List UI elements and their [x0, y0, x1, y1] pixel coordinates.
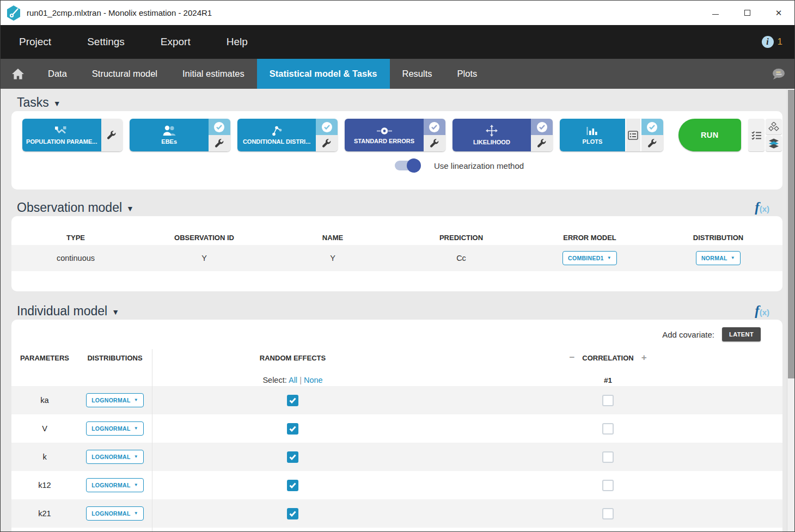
- task-list-button[interactable]: [748, 119, 765, 151]
- task-plots[interactable]: PLOTS: [560, 119, 663, 151]
- distribution-dropdown[interactable]: LOGNORMAL▼: [86, 393, 144, 407]
- observation-table-header: TYPE OBSERVATION ID NAME PREDICTION ERRO…: [11, 230, 782, 245]
- crosshair-icon: [485, 125, 498, 137]
- task-label: POPULATION PARAME...: [26, 138, 97, 145]
- task-checked-badge[interactable]: [531, 119, 553, 135]
- scrollbar-thumb[interactable]: [788, 90, 794, 378]
- linearization-toggle[interactable]: [395, 161, 420, 170]
- tasks-section-heading: Tasks ▼: [17, 94, 769, 111]
- observation-table-row: continuous Y Y Cc COMBINED1 ▼ NORMAL ▼: [11, 245, 782, 271]
- minimize-button[interactable]: [700, 1, 731, 25]
- random-effect-checkbox[interactable]: [287, 480, 298, 491]
- observation-model-heading-label[interactable]: Observation model: [17, 200, 122, 215]
- col-prediction: PREDICTION: [397, 234, 525, 242]
- checklist-icon: [751, 130, 762, 140]
- check-icon: [216, 125, 222, 130]
- random-effect-checkbox[interactable]: [287, 395, 298, 406]
- obs-id-value: Y: [140, 254, 268, 262]
- assembly-button[interactable]: [766, 119, 782, 134]
- distribution-dropdown[interactable]: LOGNORMAL▼: [86, 506, 144, 521]
- scenario-layers-button[interactable]: [766, 136, 782, 151]
- distribution-value: LOGNORMAL: [91, 425, 131, 432]
- observation-model-heading: Observation model ▼ f (x): [17, 199, 769, 216]
- check-icon: [539, 125, 545, 130]
- task-likelihood[interactable]: LIKELIHOOD: [452, 119, 553, 151]
- maximize-button[interactable]: [731, 1, 763, 25]
- task-settings-wrench-icon[interactable]: [209, 135, 230, 151]
- parameter-row-ka: ka LOGNORMAL▼: [11, 386, 782, 414]
- distribution-dropdown[interactable]: LOGNORMAL▼: [86, 421, 144, 436]
- correlation-checkbox[interactable]: [602, 423, 614, 435]
- task-settings-wrench-icon[interactable]: [641, 135, 663, 151]
- check-icon: [289, 426, 296, 432]
- fx-x-glyph: (x): [760, 308, 769, 317]
- menu-settings[interactable]: Settings: [87, 36, 125, 48]
- info-icon[interactable]: i: [762, 36, 774, 48]
- tab-plots[interactable]: Plots: [445, 59, 490, 89]
- task-checked-badge[interactable]: [209, 119, 230, 135]
- task-checked-badge[interactable]: [641, 119, 663, 135]
- task-settings-wrench-icon[interactable]: [316, 135, 338, 151]
- individual-model-heading-label[interactable]: Individual model: [17, 304, 107, 319]
- random-effect-checkbox[interactable]: [287, 423, 298, 435]
- task-ebes[interactable]: EBEs: [130, 119, 230, 151]
- distribution-value: LOGNORMAL: [91, 510, 131, 517]
- plots-list-button[interactable]: [625, 119, 641, 151]
- distribution-dropdown[interactable]: LOGNORMAL▼: [86, 450, 144, 464]
- toggle-knob: [407, 158, 421, 173]
- formula-fx-button[interactable]: f (x): [755, 200, 769, 215]
- correlation-checkbox[interactable]: [602, 395, 614, 406]
- task-conditional-distribution[interactable]: CONDITIONAL DISTRI...: [237, 119, 338, 151]
- distribution-dropdown[interactable]: LOGNORMAL▼: [86, 478, 144, 492]
- select-separator: |: [299, 376, 302, 384]
- menu-export[interactable]: Export: [161, 36, 191, 48]
- tab-results[interactable]: Results: [390, 59, 445, 89]
- column-divider: [152, 349, 152, 531]
- formula-fx-button[interactable]: f (x): [755, 303, 769, 319]
- task-settings-wrench-icon[interactable]: [101, 119, 123, 151]
- parameter-name: ka: [11, 396, 78, 405]
- task-settings-wrench-icon[interactable]: [531, 135, 553, 151]
- task-settings-wrench-icon[interactable]: [424, 135, 445, 151]
- layers-icon: [768, 138, 779, 149]
- correlation-checkbox[interactable]: [602, 508, 614, 519]
- menu-help[interactable]: Help: [227, 36, 248, 48]
- task-label: CONDITIONAL DISTRI...: [243, 138, 310, 145]
- distribution-dropdown[interactable]: NORMAL ▼: [696, 251, 741, 265]
- feedback-bubble-icon[interactable]: [770, 68, 786, 81]
- menu-project[interactable]: Project: [19, 36, 51, 48]
- error-model-dropdown[interactable]: COMBINED1 ▼: [562, 251, 617, 265]
- correlation-checkbox[interactable]: [602, 480, 614, 491]
- random-effect-checkbox[interactable]: [287, 508, 298, 519]
- tab-initial-estimates[interactable]: Initial estimates: [170, 59, 257, 89]
- distribution-value: LOGNORMAL: [91, 454, 131, 460]
- col-error-model: ERROR MODEL: [525, 234, 654, 242]
- parameter-row-k: k LOGNORMAL▼: [11, 443, 782, 471]
- check-icon: [431, 125, 437, 130]
- task-checked-badge[interactable]: [424, 119, 445, 135]
- tab-structural-model[interactable]: Structural model: [80, 59, 170, 89]
- collapse-caret-icon: ▼: [112, 305, 119, 316]
- remove-correlation-button[interactable]: −: [569, 352, 574, 363]
- add-latent-covariate-button[interactable]: LATENT: [722, 327, 761, 341]
- vertical-scrollbar[interactable]: [787, 89, 794, 531]
- select-none-link[interactable]: None: [304, 376, 323, 384]
- error-model-value: COMBINED1: [568, 255, 604, 261]
- check-icon: [289, 511, 296, 517]
- main-content: Tasks ▼ POPULATION PARAME...: [1, 89, 794, 531]
- add-correlation-button[interactable]: +: [641, 352, 647, 363]
- tab-statistical-model-tasks[interactable]: Statistical model & Tasks: [257, 59, 390, 89]
- random-effect-checkbox[interactable]: [287, 451, 298, 463]
- home-tab[interactable]: [1, 59, 35, 89]
- caret-down-icon: ▼: [134, 398, 138, 402]
- task-population-parameters[interactable]: POPULATION PARAME...: [22, 119, 123, 151]
- task-checked-badge[interactable]: [316, 119, 338, 135]
- tasks-heading-label[interactable]: Tasks: [17, 95, 49, 110]
- close-button[interactable]: ✕: [763, 1, 794, 25]
- correlation-checkbox[interactable]: [602, 451, 614, 463]
- fx-f-glyph: f: [755, 303, 759, 319]
- tab-data[interactable]: Data: [35, 59, 80, 89]
- run-button[interactable]: RUN: [678, 119, 742, 151]
- select-all-link[interactable]: All: [289, 376, 297, 384]
- task-standard-errors[interactable]: STANDARD ERRORS: [345, 119, 445, 151]
